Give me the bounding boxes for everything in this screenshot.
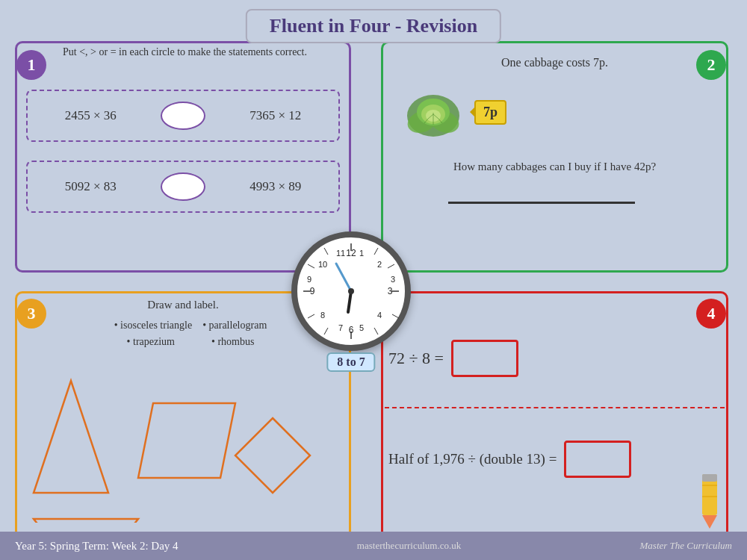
question-number-3: 3 (16, 299, 46, 329)
footer: Year 5: Spring Term: Week 2: Day 4 maste… (0, 532, 747, 560)
svg-marker-8 (34, 519, 138, 523)
q1-eq1-left: 2455 × 36 (65, 108, 117, 123)
svg-line-21 (324, 248, 328, 255)
svg-line-18 (324, 328, 328, 335)
q1-eq2-left: 5092 × 83 (65, 179, 117, 194)
svg-line-20 (308, 264, 314, 268)
footer-brand: Master The Curriculum (640, 540, 733, 552)
q2-cabbage-area: 7p (403, 86, 506, 138)
footer-year-info: Year 5: Spring Term: Week 2: Day 4 (15, 540, 179, 553)
q4-eq1-answer-box[interactable] (451, 340, 518, 377)
svg-text:7: 7 (338, 323, 343, 332)
svg-marker-40 (702, 515, 717, 529)
svg-line-16 (392, 314, 399, 318)
svg-text:1: 1 (359, 249, 364, 258)
svg-text:6: 6 (349, 325, 354, 335)
q1-eq2-circle[interactable] (161, 172, 205, 201)
svg-text:12: 12 (346, 248, 356, 258)
q4-eq2-text: Half of 1,976 ÷ (double 13) = (388, 451, 557, 467)
svg-line-17 (374, 328, 378, 335)
svg-line-37 (336, 264, 351, 291)
svg-marker-6 (34, 381, 108, 493)
footer-website: masterthecurriculum.co.uk (357, 540, 461, 552)
q1-instruction: Put <, > or = in each circle to make the… (22, 45, 347, 60)
clock-face: 12 6 9 3 2 3 4 5 7 8 9 10 11 1 (291, 231, 411, 351)
q2-answer-line (448, 202, 635, 204)
svg-marker-9 (235, 418, 310, 493)
q2-instruction: One cabbage costs 7p. (388, 56, 721, 69)
q4-eq2-answer-box[interactable] (564, 441, 631, 478)
svg-text:3: 3 (388, 286, 393, 296)
svg-text:11: 11 (336, 249, 345, 258)
pencil-icon (687, 470, 732, 530)
svg-line-36 (348, 291, 351, 312)
q1-eq2-right: 4993 × 89 (249, 179, 301, 194)
svg-text:5: 5 (359, 323, 364, 332)
cabbage-icon (403, 86, 463, 138)
q3-shapes-drawing (19, 358, 355, 523)
svg-rect-41 (702, 474, 717, 482)
question-2-box (381, 41, 728, 273)
svg-marker-7 (138, 403, 235, 478)
page-title: Fluent in Four - Revision (246, 9, 501, 43)
svg-text:4: 4 (377, 311, 382, 320)
clock-svg: 12 6 9 3 2 3 4 5 7 8 9 10 11 1 (297, 237, 405, 345)
svg-text:10: 10 (318, 260, 327, 269)
question-number-2: 2 (696, 50, 726, 80)
q4-eq1-text: 72 ÷ 8 = (388, 349, 444, 368)
clock-time-label: 8 to 7 (326, 352, 375, 372)
svg-text:8: 8 (320, 311, 325, 320)
svg-point-38 (348, 288, 354, 294)
clock: 12 6 9 3 2 3 4 5 7 8 9 10 11 1 8 to 7 (291, 231, 411, 351)
question-4-box (381, 291, 728, 545)
svg-line-19 (308, 314, 314, 318)
svg-text:2: 2 (377, 260, 382, 269)
q2-question: How many cabbages can I buy if I have 42… (388, 161, 721, 173)
svg-text:3: 3 (391, 275, 395, 284)
q1-eq1-right: 7365 × 12 (249, 108, 301, 123)
q4-divider (385, 407, 725, 408)
question-number-4: 4 (696, 299, 726, 329)
question-number-1: 1 (16, 50, 46, 80)
svg-text:9: 9 (307, 275, 311, 284)
q1-equation-1: 2455 × 36 7365 × 12 (26, 90, 340, 142)
svg-text:9: 9 (310, 286, 315, 296)
svg-line-14 (374, 248, 378, 255)
price-tag: 7p (474, 100, 506, 125)
q1-eq1-circle[interactable] (161, 102, 205, 130)
svg-line-15 (388, 264, 394, 268)
q4-equation-2: Half of 1,976 ÷ (double 13) = (388, 441, 631, 478)
q1-equation-2: 5092 × 83 4993 × 89 (26, 161, 340, 213)
